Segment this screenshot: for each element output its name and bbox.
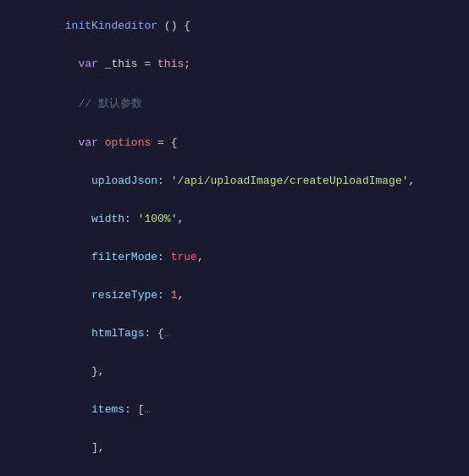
code-line: uploadJson: '/api/uploadImage/createUplo… bbox=[0, 162, 469, 200]
code-line: htmlTags: {… bbox=[0, 314, 469, 352]
code-editor: initKindeditor () { var _this = this; //… bbox=[0, 0, 469, 476]
code-line: initKindeditor () { bbox=[0, 7, 469, 45]
code-line: resizeType: 1, bbox=[0, 276, 469, 314]
code-line: }, bbox=[0, 352, 469, 390]
code-line: allowImageRemote: false, bbox=[0, 467, 469, 476]
code-line: // 默认参数 bbox=[0, 83, 469, 124]
code-line: filterMode: true, bbox=[0, 238, 469, 276]
code-line: items: [… bbox=[0, 390, 469, 429]
code-line: ], bbox=[0, 429, 469, 467]
code-line: width: '100%', bbox=[0, 200, 469, 238]
code-line: var _this = this; bbox=[0, 45, 469, 83]
code-line: var options = { bbox=[0, 124, 469, 162]
